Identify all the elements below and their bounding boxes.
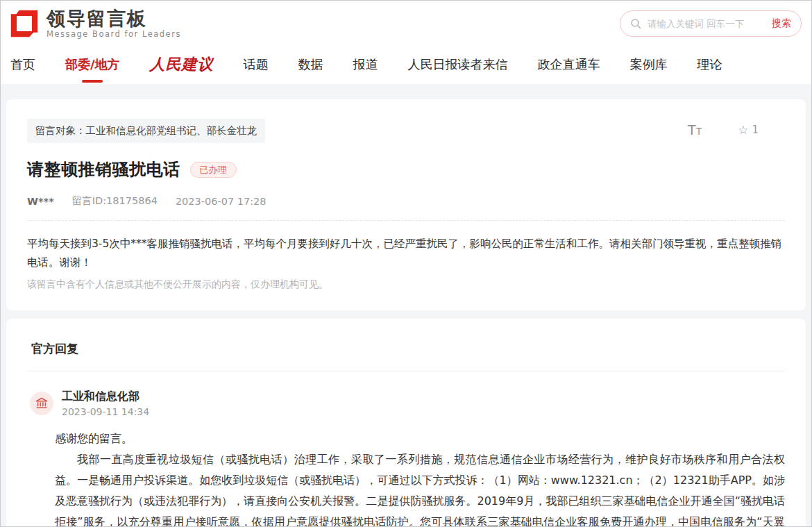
site-subtitle: Message Board for Leaders (46, 29, 181, 39)
message-author: W*** (27, 196, 54, 207)
reply-datetime: 2023-09-11 14:34 (62, 406, 149, 417)
search-icon (630, 18, 641, 29)
search-bar: 搜索 (620, 10, 802, 37)
nav-item-case-library[interactable]: 案例库 (630, 56, 668, 74)
message-target-chip: 留言对象：工业和信息化部党组书记、部长金壮龙 (27, 119, 265, 143)
reply-body: 感谢您的留言。 我部一直高度重视垃圾短信（或骚扰电话）治理工作，采取了一系列措施… (55, 428, 785, 527)
official-reply-card: 官方回复 工业和信息化部 2023-09-11 14:34 感谢您的留言。 (6, 319, 806, 527)
nav-item-readers-letters[interactable]: 人民日报读者来信 (408, 56, 508, 74)
nav-item-ministries-localities[interactable]: 部委/地方 (65, 56, 120, 74)
logo-text: 领导留言板 Message Board for Leaders (46, 8, 181, 40)
divider (27, 371, 785, 371)
search-input[interactable] (648, 18, 772, 29)
status-badge: 已办理 (190, 162, 237, 178)
favorite-count: 1 (752, 124, 759, 136)
message-card: 留言对象：工业和信息化部党组书记、部长金壮龙 TT ☆ 1 请整顿推销骚扰电话 … (6, 99, 806, 310)
reply-paragraph: 我部一直高度重视垃圾短信（或骚扰电话）治理工作，采取了一系列措施，规范信息通信企… (55, 449, 785, 527)
site-header: 领导留言板 Message Board for Leaders 搜索 (1, 1, 811, 47)
government-building-icon (35, 396, 49, 410)
favorite-button[interactable]: ☆ 1 (738, 123, 759, 137)
page-content: 留言对象：工业和信息化部党组书记、部长金壮龙 TT ☆ 1 请整顿推销骚扰电话 … (1, 84, 811, 527)
nav-item-data[interactable]: 数据 (298, 56, 323, 74)
nav-item-topics[interactable]: 话题 (244, 56, 269, 74)
nav-item-reports[interactable]: 报道 (353, 56, 378, 74)
nav-item-home[interactable]: 首页 (10, 56, 35, 74)
privacy-note: 该留言中含有个人信息或其他不便公开展示的内容，仅办理机构可见。 (27, 278, 785, 291)
agency-avatar (30, 392, 53, 415)
reply-header: 工业和信息化部 2023-09-11 14:34 (27, 390, 785, 417)
reply-section-title: 官方回复 (27, 338, 785, 371)
site-title: 领导留言板 (46, 8, 181, 29)
reply-agency-name: 工业和信息化部 (62, 390, 149, 404)
message-body: 平均每天接到3-5次中***客服推销骚扰电话，平均每个月要接到好几十次，已经严重… (27, 235, 785, 272)
search-button[interactable]: 搜索 (772, 17, 791, 30)
message-id: 留言ID:18175864 (72, 194, 158, 208)
star-icon: ☆ (738, 123, 748, 137)
nav-item-peoples-suggestions[interactable]: 人民建议 (150, 54, 214, 76)
nav-item-gov-enterprise-express[interactable]: 政企直通车 (538, 56, 600, 74)
nav-item-theory[interactable]: 理论 (697, 56, 722, 74)
message-meta: W*** 留言ID:18175864 2023-06-07 17:28 (27, 194, 785, 221)
message-board-logo-icon (9, 8, 40, 39)
message-datetime: 2023-06-07 17:28 (176, 196, 267, 207)
font-size-small-glyph: T (696, 126, 702, 137)
main-nav: 首页 部委/地方 人民建议 话题 数据 报道 人民日报读者来信 政企直通车 案例… (1, 47, 811, 84)
reply-paragraph: 感谢您的留言。 (55, 428, 785, 449)
font-size-toggle-icon[interactable]: TT (688, 124, 702, 137)
message-title: 请整顿推销骚扰电话 (27, 158, 180, 181)
site-logo[interactable]: 领导留言板 Message Board for Leaders (9, 8, 181, 40)
font-size-large-glyph: T (688, 122, 696, 137)
